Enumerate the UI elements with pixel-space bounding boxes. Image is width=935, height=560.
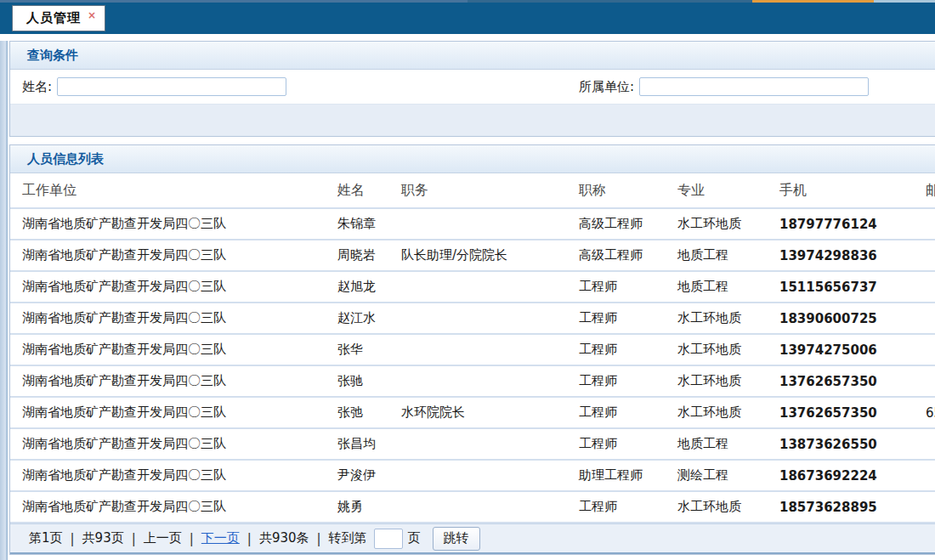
cell-position: 队长助理/分院院长 bbox=[389, 240, 567, 271]
cell-name: 张驰 bbox=[326, 365, 389, 397]
cell-position bbox=[389, 303, 567, 334]
cell-name: 周晓岩 bbox=[326, 240, 389, 271]
cell-position: 水环院院长 bbox=[389, 397, 567, 428]
pager-separator: | bbox=[190, 531, 194, 546]
table-row: 湖南省地质矿产勘查开发局四〇三队张昌均工程师地质工程13873626550 bbox=[10, 428, 935, 460]
jump-button[interactable]: 跳转 bbox=[433, 527, 480, 551]
cell-major: 地质工程 bbox=[666, 271, 768, 303]
query-toolbar-strip bbox=[10, 105, 935, 136]
pager-separator: | bbox=[71, 531, 75, 546]
total-records-label: 共930条 bbox=[259, 530, 309, 546]
prev-page-button[interactable]: 上一页 bbox=[144, 530, 182, 546]
cell-major: 地质工程 bbox=[666, 428, 768, 460]
cell-position bbox=[389, 365, 567, 397]
cell-major: 地质工程 bbox=[666, 240, 768, 271]
goto-page-input[interactable] bbox=[374, 529, 403, 549]
cell-title: 高级工程师 bbox=[567, 240, 666, 271]
cell-email bbox=[914, 240, 935, 271]
unit-field-label: 所属单位: bbox=[579, 79, 634, 95]
goto-suffix-label: 页 bbox=[408, 530, 421, 546]
cell-name: 张弛 bbox=[326, 397, 389, 428]
list-section-title: 人员信息列表 bbox=[27, 151, 104, 167]
pager-separator: | bbox=[247, 531, 252, 546]
table-header: 工作单位 姓名 职务 职称 专业 手机 邮箱 bbox=[10, 173, 935, 208]
cell-mobile: 15115656737 bbox=[768, 271, 914, 303]
cell-major: 水工环地质 bbox=[666, 397, 768, 428]
cell-unit: 湖南省地质矿产勘查开发局四〇三队 bbox=[10, 334, 326, 365]
table-row: 湖南省地质矿产勘查开发局四〇三队尹浚伊助理工程师测绘工程18673692224 bbox=[10, 460, 935, 491]
table-row: 湖南省地质矿产勘查开发局四〇三队赵旭龙工程师地质工程15115656737 bbox=[10, 271, 935, 303]
list-section-header: 人员信息列表 bbox=[10, 145, 935, 173]
col-header-mobile: 手机 bbox=[768, 173, 914, 208]
cell-major: 水工环地质 bbox=[666, 365, 768, 397]
query-section-title: 查询条件 bbox=[27, 48, 78, 64]
cell-email bbox=[914, 491, 935, 523]
col-header-major: 专业 bbox=[666, 173, 768, 208]
cell-name: 尹浚伊 bbox=[326, 460, 389, 491]
cell-mobile: 13762657350 bbox=[768, 365, 914, 397]
cell-mobile: 18673692224 bbox=[768, 460, 914, 491]
left-margin-strip bbox=[0, 41, 8, 560]
col-header-title: 职称 bbox=[567, 173, 666, 208]
cell-mobile: 13974275006 bbox=[768, 334, 914, 365]
pagination-bar: 第1页 | 共93页 | 上一页 | 下一页 | 共930条 | 转到第 页 跳… bbox=[10, 523, 935, 554]
cell-major: 测绘工程 bbox=[666, 460, 768, 491]
cell-unit: 湖南省地质矿产勘查开发局四〇三队 bbox=[10, 397, 326, 428]
cell-title: 工程师 bbox=[567, 428, 666, 460]
cell-email bbox=[914, 334, 935, 365]
goto-prefix-label: 转到第 bbox=[329, 530, 367, 546]
tab-title: 人员管理 bbox=[26, 10, 81, 26]
cell-title: 工程师 bbox=[567, 491, 666, 523]
cell-unit: 湖南省地质矿产勘查开发局四〇三队 bbox=[10, 240, 326, 271]
table-row: 湖南省地质矿产勘查开发局四〇三队赵江水工程师水工环地质18390600725 bbox=[10, 303, 935, 334]
cell-unit: 湖南省地质矿产勘查开发局四〇三队 bbox=[10, 460, 326, 491]
cell-unit: 湖南省地质矿产勘查开发局四〇三队 bbox=[10, 208, 326, 240]
current-page-label: 第1页 bbox=[29, 530, 63, 546]
cell-email bbox=[914, 365, 935, 397]
tab-personnel-management[interactable]: 人员管理 × bbox=[12, 5, 105, 31]
personnel-table: 工作单位 姓名 职务 职称 专业 手机 邮箱 湖南省地质矿产勘查开发局四〇三队朱… bbox=[10, 173, 935, 523]
cell-position bbox=[389, 491, 567, 523]
query-section: 查询条件 姓名: 所属单位: bbox=[9, 41, 935, 137]
cell-unit: 湖南省地质矿产勘查开发局四〇三队 bbox=[10, 303, 326, 334]
cell-mobile: 18797776124 bbox=[768, 208, 914, 240]
cell-major: 水工环地质 bbox=[666, 208, 768, 240]
main-content: 查询条件 姓名: 所属单位: 人员信息列表 bbox=[0, 41, 935, 560]
col-header-name: 姓名 bbox=[326, 173, 389, 208]
table-row: 湖南省地质矿产勘查开发局四〇三队张驰工程师水工环地质13762657350 bbox=[10, 365, 935, 397]
cell-title: 工程师 bbox=[567, 303, 666, 334]
cell-name: 姚勇 bbox=[326, 491, 389, 523]
cell-title: 工程师 bbox=[567, 271, 666, 303]
cell-name: 赵旭龙 bbox=[326, 271, 389, 303]
cell-email bbox=[914, 271, 935, 303]
name-field-group: 姓名: bbox=[10, 77, 286, 96]
name-input[interactable] bbox=[57, 77, 286, 96]
next-page-link[interactable]: 下一页 bbox=[201, 530, 240, 546]
cell-mobile: 18390600725 bbox=[768, 303, 914, 334]
table-row: 湖南省地质矿产勘查开发局四〇三队周晓岩队长助理/分院院长高级工程师地质工程139… bbox=[10, 240, 935, 271]
cell-position bbox=[389, 334, 567, 365]
table-body: 湖南省地质矿产勘查开发局四〇三队朱锦章高级工程师水工环地质18797776124… bbox=[10, 208, 935, 523]
unit-input[interactable] bbox=[639, 77, 869, 96]
cell-name: 张昌均 bbox=[326, 428, 389, 460]
tab-bar: 人员管理 × bbox=[0, 3, 935, 34]
col-header-email: 邮箱 bbox=[914, 173, 935, 208]
cell-title: 高级工程师 bbox=[567, 208, 666, 240]
cell-major: 水工环地质 bbox=[666, 491, 768, 523]
table-row: 湖南省地质矿产勘查开发局四〇三队张华工程师水工环地质13974275006 bbox=[10, 334, 935, 365]
cell-position bbox=[389, 271, 567, 303]
cell-email: 654 bbox=[914, 397, 935, 428]
query-section-header: 查询条件 bbox=[10, 42, 935, 70]
cell-mobile: 18573628895 bbox=[768, 491, 914, 523]
cell-title: 工程师 bbox=[567, 334, 666, 365]
name-field-label: 姓名: bbox=[22, 79, 52, 95]
cell-position bbox=[389, 428, 567, 460]
cell-major: 水工环地质 bbox=[666, 303, 768, 334]
cell-unit: 湖南省地质矿产勘查开发局四〇三队 bbox=[10, 365, 326, 397]
query-fields-row: 姓名: 所属单位: bbox=[10, 70, 935, 105]
close-icon[interactable]: × bbox=[88, 10, 96, 20]
cell-title: 工程师 bbox=[567, 397, 666, 428]
cell-email bbox=[914, 460, 935, 491]
pager-separator: | bbox=[132, 531, 136, 546]
pager-separator: | bbox=[317, 531, 321, 546]
